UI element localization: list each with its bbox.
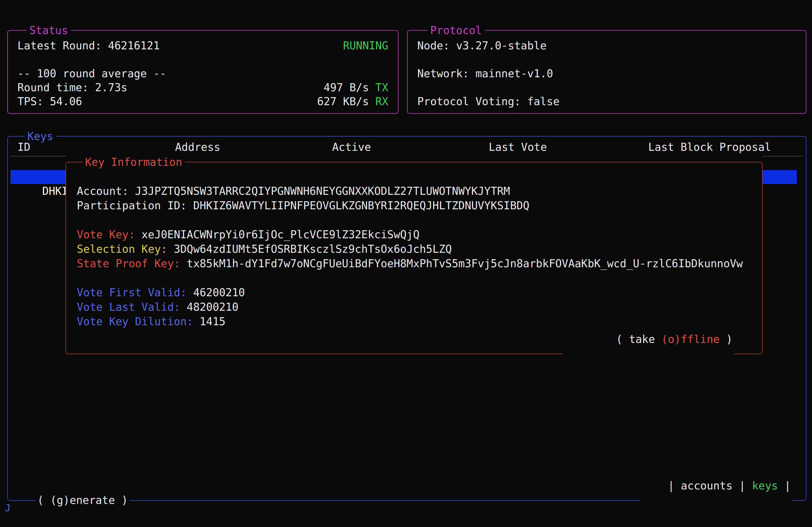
selection-key-label: Selection Key: — [77, 243, 167, 255]
round-time: Round time: 2.73s — [17, 81, 127, 94]
status-row: Latest Round: 46216121 RUNNING — [17, 39, 388, 52]
key-info-panel-title: Key Information — [83, 154, 185, 169]
column-header-active: Active — [332, 140, 371, 154]
tab-keys[interactable]: keys — [752, 480, 778, 492]
network-name: Network: mainnet-v1.0 — [417, 67, 553, 80]
generate-button[interactable]: ( (g)enerate ) — [36, 493, 129, 508]
tx-rate: 497 B/s — [323, 81, 369, 94]
blank-row — [417, 52, 796, 66]
protocol-panel: Protocol Node: v3.27.0-stable Network: m… — [407, 30, 806, 114]
keys-panel: Keys ID Address Active Last Vote Last Bl… — [7, 136, 806, 501]
offline-button-suffix: ) — [720, 333, 733, 345]
account-label: Account: — [77, 185, 129, 197]
tab-separator: | — [739, 480, 745, 492]
running-badge: RUNNING — [343, 40, 388, 52]
tab-separator: | — [784, 480, 791, 492]
vote-last-valid-row: Vote Last Valid: 48200210 — [77, 300, 757, 314]
protocol-voting: Protocol Voting: false — [417, 95, 560, 108]
vote-last-valid-value: 48200210 — [187, 301, 238, 313]
vote-first-valid-label: Vote First Valid: — [77, 286, 187, 299]
status-panel: Status Latest Round: 46216121 RUNNING --… — [7, 30, 398, 114]
vote-first-valid-row: Vote First Valid: 46200210 — [77, 285, 757, 300]
column-header-id: ID — [17, 140, 30, 154]
vote-first-valid-value: 46200210 — [193, 286, 245, 299]
protocol-panel-title: Protocol — [427, 23, 485, 38]
node-version: Node: v3.27.0-stable — [417, 40, 547, 52]
offline-hotkey: (o)ffline — [661, 333, 720, 345]
state-proof-key-row: State Proof Key: tx85kM1h-dY1Fd7w7oNCgFU… — [77, 256, 757, 271]
status-row: Round time: 2.73s 497 B/s TX — [17, 80, 388, 94]
column-header-last-block-proposal: Last Block Proposal — [648, 140, 771, 154]
vote-key-value: xeJ0ENIACWNrpYi0r6IjOc_PlcVCE9lZ32EkciSw… — [142, 228, 420, 241]
rx-throughput: 627 KB/s RX — [317, 95, 388, 108]
protocol-content: Node: v3.27.0-stable Network: mainnet-v1… — [408, 31, 806, 108]
column-header-last-vote: Last Vote — [489, 140, 547, 154]
participation-id-label: Participation ID: — [77, 199, 187, 212]
participation-id-row: Participation ID: DHKIZ6WAVTYLIIPNFPEOVG… — [77, 198, 757, 213]
status-panel-title: Status — [27, 23, 71, 38]
protocol-row: Protocol Voting: false — [417, 94, 796, 108]
key-info-panel: Key Information Account: J3JPZTQ5NSW3TAR… — [66, 162, 763, 354]
tab-separator: | — [668, 480, 674, 492]
vote-key-row: Vote Key: xeJ0ENIACWNrpYi0r6IjOc_PlcVCE9… — [77, 227, 757, 242]
status-row: TPS: 54.06 627 KB/s RX — [17, 94, 388, 108]
selection-key-value: 3DQw64zdIUMt5EfOSRBIKsczlSz9chTsOx6oJch5… — [174, 243, 452, 255]
protocol-row: Node: v3.27.0-stable — [417, 39, 796, 52]
blank-row — [77, 213, 757, 227]
status-row: -- 100 round average -- — [17, 66, 388, 80]
account-row: Account: J3JPZTQ5NSW3TARRC2QIYPGNWNH6NEY… — [77, 184, 757, 198]
latest-round: Latest Round: 46216121 — [17, 40, 160, 52]
column-header-address: Address — [175, 140, 220, 154]
key-info-overlay: Key Information Account: J3JPZTQ5NSW3TAR… — [66, 154, 763, 354]
rx-rate: 627 KB/s — [317, 95, 369, 108]
blank-row — [77, 271, 757, 285]
stray-glyph: J — [5, 502, 11, 513]
tab-accounts[interactable]: accounts — [681, 480, 733, 492]
vote-key-dilution-label: Vote Key Dilution: — [77, 315, 193, 328]
account-value: J3JPZTQ5NSW3TARRC2QIYPGNWNH6NEYGGNXXKODL… — [135, 185, 510, 197]
vote-last-valid-label: Vote Last Valid: — [77, 301, 180, 313]
participation-id-value: DHKIZ6WAVTYLIIPNFPEOVGLKZGNBYRI2RQEQJHLT… — [193, 199, 529, 212]
state-proof-key-value: tx85kM1h-dY1Fd7w7oNCgFUeUiBdFYoeH8MxPhTv… — [187, 257, 743, 270]
footer-tabs: | accounts | keys | — [640, 464, 793, 508]
state-proof-key-label: State Proof Key: — [77, 257, 180, 270]
selection-key-row: Selection Key: 3DQw64zdIUMt5EfOSRBIKsczl… — [77, 242, 757, 256]
tps: TPS: 54.06 — [17, 95, 82, 108]
vote-key-label: Vote Key: — [77, 228, 135, 241]
status-content: Latest Round: 46216121 RUNNING -- 100 ro… — [8, 31, 398, 108]
tx-throughput: 497 B/s TX — [323, 81, 388, 94]
offline-button-prefix: ( take — [616, 333, 662, 345]
vote-key-dilution-value: 1415 — [200, 315, 225, 328]
rx-label: RX — [375, 95, 388, 108]
round-average-header: -- 100 round average -- — [17, 67, 166, 80]
protocol-row: Network: mainnet-v1.0 — [417, 66, 796, 80]
tx-label: TX — [375, 81, 388, 94]
take-offline-button[interactable]: ( take (o)ffline ) — [563, 317, 734, 361]
blank-row — [417, 80, 796, 94]
blank-row — [17, 52, 388, 66]
